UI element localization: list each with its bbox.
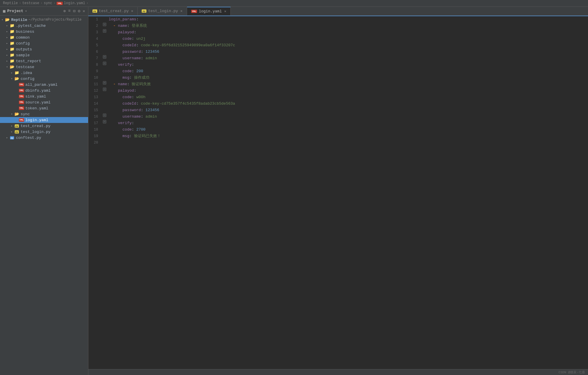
tree-item-sample[interactable]: 📁 sample [0, 52, 88, 58]
py-test-creat-icon: py [14, 124, 19, 128]
tree-item-config[interactable]: 📁 config [0, 40, 88, 46]
sync-label: sync [21, 112, 30, 116]
tree-item-sync[interactable]: 📂 sync [0, 111, 88, 117]
line-num-17: 17 [88, 120, 102, 126]
arrow-test-login [9, 129, 14, 134]
code-line-20: 20 [88, 139, 588, 146]
tree-item-source[interactable]: YML source.yaml [0, 99, 88, 105]
fold-16[interactable]: − [103, 114, 106, 117]
tree-item-all-param[interactable]: YML all_param.yaml [0, 82, 88, 88]
tree-item-config2[interactable]: 📂 config [0, 76, 88, 82]
tree-item-testcase[interactable]: 📂 testcase [0, 64, 88, 70]
line-num-5: 5 [88, 42, 102, 49]
code-line-14: 14 codeId: code-key-cd75e357f4c5435f8ada… [88, 101, 588, 107]
locate-icon[interactable]: ⊕ [63, 9, 66, 14]
project-icon: ▦ [3, 9, 5, 14]
sink-label: sink.yaml [25, 94, 46, 99]
tab-test-creat[interactable]: py test_creat.py ✕ [88, 7, 138, 15]
editor-area: py test_creat.py ✕ py test_login.py ✕ YM… [88, 7, 588, 375]
tab-label-login-yaml: login.yaml [199, 9, 222, 14]
code-line-16: 16 − username: admin [88, 114, 588, 120]
fold-8[interactable]: − [103, 62, 106, 65]
fold-2[interactable]: − [103, 23, 106, 26]
breadcrumb-sync[interactable]: sync [44, 1, 52, 5]
tree-item-outputs[interactable]: 📁 outputs [0, 46, 88, 52]
tab-close-test-creat[interactable]: ✕ [131, 9, 133, 13]
dropdown-icon[interactable]: ▾ [25, 9, 27, 13]
close-sidebar-icon[interactable]: ✕ [83, 9, 85, 14]
line-num-4: 4 [88, 36, 102, 42]
line-content-3: palayod: [108, 29, 588, 36]
line-content-8: verify: [108, 62, 588, 68]
expand-icon[interactable]: ⊟ [73, 9, 75, 14]
breadcrumb-reptile[interactable]: Reptile [3, 1, 18, 5]
line-content-13: code: w00h [108, 94, 588, 101]
arrow-pytest-cache [5, 23, 9, 28]
tree-item-login-yaml[interactable]: YML login.yaml [0, 117, 88, 123]
tree-item-root[interactable]: 📂 Reptile ~/PycharmProjects/Reptile [0, 17, 88, 23]
watermark-text: CSDN @德哀-七嘉 [559, 370, 585, 374]
code-line-10: 10 msg: 操作成功 [88, 75, 588, 81]
dbinfo-label: dbinfo.yaml [25, 88, 51, 93]
code-line-6: 6 password: 123456 [88, 49, 588, 55]
breadcrumb-file[interactable]: login.yaml [64, 1, 85, 5]
tree-item-test-report[interactable]: 📁 test_report [0, 58, 88, 64]
tab-login-yaml[interactable]: YML login.yaml ✕ [187, 7, 231, 15]
yaml-all-param-icon: YML [19, 82, 24, 87]
breadcrumb-testcase[interactable]: testcase [22, 1, 39, 5]
tree-item-common[interactable]: 📁 common [0, 34, 88, 40]
login-yaml-label: login.yaml [25, 118, 48, 122]
tree-item-idea[interactable]: 📁 .idea [0, 70, 88, 76]
py-test-login-icon: py [14, 129, 19, 134]
tree-item-sink[interactable]: YML sink.yaml [0, 93, 88, 99]
fold-11[interactable]: − [103, 81, 106, 85]
line-content-5: codeId: code-key-85f6d321525949899ea0a6f… [108, 42, 588, 49]
tree-item-token[interactable]: YML token.yaml [0, 105, 88, 111]
folder-business-icon: 📁 [9, 29, 15, 34]
line-num-1: 1 [88, 16, 102, 23]
tab-close-test-login[interactable]: ✕ [180, 9, 182, 13]
line-num-8: 8 [88, 62, 102, 68]
yaml-dbinfo-icon: YML [19, 88, 24, 93]
testcase-label: testcase [16, 65, 34, 69]
tab-label-test-creat: test_creat.py [99, 9, 129, 13]
fold-17[interactable]: − [103, 120, 106, 124]
folder-sample-icon: 📁 [9, 53, 15, 57]
yaml-sink-icon: YML [19, 94, 24, 99]
business-label: business [16, 29, 34, 34]
settings-icon[interactable]: ⚙ [78, 9, 80, 14]
code-line-12: 12 − palayod: [88, 88, 588, 94]
tab-test-login[interactable]: py test_login.py ✕ [138, 7, 187, 15]
code-line-19: 19 msg: 验证码已失效！ [88, 133, 588, 139]
tabs-bar: py test_creat.py ✕ py test_login.py ✕ YM… [88, 7, 588, 16]
line-num-19: 19 [88, 133, 102, 139]
fold-3[interactable]: − [103, 29, 106, 33]
collapse-all-icon[interactable]: ≡ [68, 9, 70, 14]
sample-label: sample [16, 53, 30, 57]
fold-12[interactable]: − [103, 88, 106, 91]
tree-item-conftest[interactable]: py conftest.py [0, 135, 88, 141]
common-label: common [16, 35, 30, 40]
tab-close-login-yaml[interactable]: ✕ [224, 9, 226, 14]
line-content-17: verify: [108, 120, 588, 126]
tree-item-business[interactable]: 📁 business [0, 29, 88, 34]
code-line-13: 13 code: w00h [88, 94, 588, 101]
arrow-conftest [5, 135, 9, 140]
tree-item-dbinfo[interactable]: YML dbinfo.yaml [0, 88, 88, 93]
fold-7[interactable]: − [103, 55, 106, 59]
tree-item-test-creat[interactable]: py test_creat.py [0, 123, 88, 129]
line-num-15: 15 [88, 107, 102, 114]
tab-icon-login-yaml: YML [191, 10, 197, 13]
line-content-4: code: un2j [108, 36, 588, 42]
line-content-11: - name: 验证码失效 [108, 81, 588, 88]
folder-sync-icon: 📂 [14, 112, 19, 116]
line-content-14: codeId: code-key-cd75e357f4c5435f8adab23… [108, 101, 588, 107]
line-gutter-12: − [102, 88, 108, 91]
tree-item-test-login[interactable]: py test_login.py [0, 129, 88, 135]
code-editor[interactable]: 1 login_params: 2 − - name: 登录系统 3 − pal… [88, 16, 588, 369]
line-content-7: username: admin [108, 55, 588, 62]
line-gutter-8: − [102, 62, 108, 65]
folder-idea-icon: 📁 [14, 70, 19, 75]
sidebar: ▦ Project ▾ ⊕ ≡ ⊟ ⚙ ✕ 📂 Reptile ~/ [0, 7, 88, 375]
tree-item-pytest-cache[interactable]: 📁 .pytest_cache [0, 23, 88, 29]
